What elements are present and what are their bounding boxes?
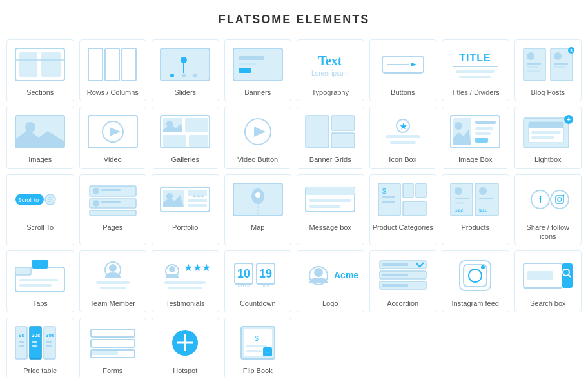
hotspot-label: Hotspot: [173, 366, 197, 375]
banners-label: Banners: [244, 88, 271, 97]
element-product-categories[interactable]: $ Product Categories: [369, 174, 437, 246]
svg-point-8: [181, 57, 187, 63]
svg-point-12: [193, 74, 197, 77]
svg-text:$: $: [255, 335, 259, 342]
map-label: Map: [251, 223, 264, 232]
svg-text:$18: $18: [479, 207, 488, 213]
video-button-icon: [230, 112, 286, 151]
sections-label: Sections: [26, 88, 54, 97]
sliders-label: Sliders: [174, 88, 196, 97]
element-tabs[interactable]: Tabs: [6, 250, 74, 312]
scroll-to-icon: Scroll to: [12, 180, 68, 219]
element-titles-dividers[interactable]: TITLE Titles / Dividers: [442, 39, 509, 101]
svg-rect-23: [456, 70, 495, 73]
svg-rect-102: [403, 201, 426, 216]
element-testimonials[interactable]: ★ ★ ★ Testimonials: [152, 250, 219, 312]
testimonials-icon: ★ ★ ★: [157, 256, 213, 295]
svg-rect-51: [331, 133, 355, 148]
element-portfolio[interactable]: + + + Portfolio: [152, 174, 219, 246]
element-message-box[interactable]: Message box: [297, 174, 364, 246]
team-member-icon: [84, 256, 141, 295]
svg-rect-15: [239, 63, 257, 65]
team-member-label: Team Member: [90, 299, 135, 308]
element-typography[interactable]: Text Lorem ipsum Typography: [297, 39, 364, 101]
search-box-label: Search box: [530, 299, 566, 308]
svg-text:$12: $12: [455, 207, 464, 213]
banner-grids-label: Banner Grids: [309, 155, 351, 164]
svg-rect-49: [306, 116, 329, 148]
element-blog-posts[interactable]: 3 Blog Posts: [514, 39, 582, 101]
element-price-table[interactable]: 9s 20s 39s Price table: [6, 318, 74, 377]
element-buttons[interactable]: Buttons: [369, 39, 437, 101]
buttons-label: Buttons: [391, 88, 415, 97]
svg-rect-60: [475, 127, 493, 130]
share-follow-icons-label: Share / follow icons: [518, 223, 579, 241]
element-banner-grids[interactable]: Banner Grids: [297, 107, 364, 168]
element-logo[interactable]: Acme Logo: [297, 250, 364, 312]
svg-text:★: ★: [202, 262, 211, 273]
svg-rect-123: [32, 260, 48, 269]
element-video-button[interactable]: Video Button: [224, 107, 292, 168]
element-map[interactable]: Map: [224, 174, 292, 246]
element-forms[interactable]: Forms: [79, 318, 147, 377]
svg-rect-124: [19, 279, 58, 281]
svg-rect-167: [19, 341, 24, 343]
element-video[interactable]: Video: [79, 107, 147, 168]
svg-rect-53: [386, 135, 420, 138]
svg-point-77: [93, 188, 99, 194]
element-image-box[interactable]: Image Box: [442, 107, 509, 168]
svg-rect-172: [46, 345, 52, 347]
svg-text:19: 19: [259, 267, 272, 280]
svg-rect-50: [331, 116, 355, 130]
svg-rect-81: [101, 201, 121, 203]
element-scroll-to[interactable]: Scroll to Scroll To: [6, 174, 74, 246]
svg-rect-1: [19, 52, 37, 77]
element-accordion[interactable]: Accordion: [369, 250, 437, 312]
element-sections[interactable]: Sections: [6, 39, 74, 101]
svg-rect-157: [527, 271, 553, 280]
element-sliders[interactable]: Sliders: [152, 39, 219, 101]
typography-label: Typography: [312, 88, 349, 97]
svg-rect-24: [459, 76, 491, 78]
element-icon-box[interactable]: ★ Icon Box: [369, 107, 437, 168]
svg-text:★: ★: [193, 262, 202, 273]
svg-rect-170: [19, 345, 24, 347]
svg-rect-151: [382, 284, 408, 287]
svg-rect-105: [382, 201, 395, 203]
element-products[interactable]: $12 $18 Products: [442, 174, 509, 246]
element-pages[interactable]: Pages: [79, 174, 147, 246]
svg-text:−: −: [266, 349, 270, 356]
images-label: Images: [28, 155, 52, 164]
svg-rect-6: [122, 48, 136, 81]
svg-marker-48: [254, 127, 266, 137]
element-lightbox[interactable]: + Lightbox: [514, 107, 582, 168]
svg-rect-97: [309, 199, 351, 202]
element-images[interactable]: Images: [6, 107, 74, 168]
svg-rect-173: [91, 329, 135, 337]
svg-rect-168: [32, 341, 37, 343]
svg-text:★: ★: [399, 122, 406, 131]
search-box-icon: [520, 256, 576, 295]
logo-label: Logo: [322, 299, 338, 308]
element-banners[interactable]: Banners: [224, 39, 292, 101]
svg-text:Lorem ipsum: Lorem ipsum: [311, 70, 349, 77]
svg-rect-125: [19, 284, 52, 287]
element-hotspot[interactable]: Hotspot: [152, 318, 219, 377]
svg-rect-65: [529, 122, 564, 128]
hotspot-icon: [157, 323, 213, 362]
svg-rect-45: [189, 135, 208, 147]
element-flip-book[interactable]: $ − Flip Book: [224, 318, 292, 377]
element-share-follow-icons[interactable]: f Share / follow icons: [514, 174, 582, 246]
svg-rect-5: [105, 48, 119, 81]
element-instagram-feed[interactable]: Instagram feed: [442, 250, 509, 312]
svg-rect-171: [32, 345, 37, 347]
svg-rect-150: [382, 274, 408, 276]
svg-rect-104: [382, 196, 395, 198]
element-team-member[interactable]: Team Member: [79, 250, 147, 312]
element-countdown[interactable]: 10 DAYS 19 MIN Countdown: [224, 250, 292, 312]
element-galleries[interactable]: Galleries: [152, 107, 219, 168]
element-search-box[interactable]: Search box: [514, 250, 582, 312]
message-box-label: Message box: [309, 223, 351, 232]
element-rows-columns[interactable]: Rows / Columns: [79, 39, 147, 101]
svg-text:10: 10: [237, 267, 250, 280]
